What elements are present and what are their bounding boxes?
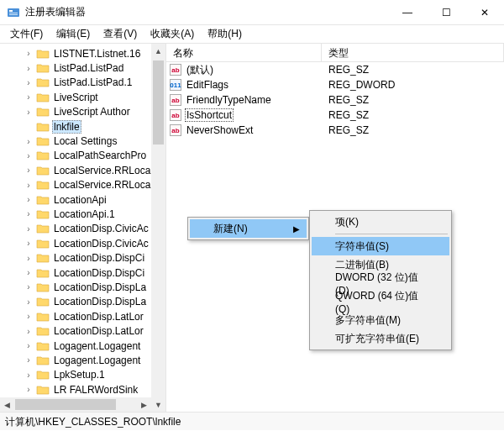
tree-scroll-left[interactable]: ◀ [0,397,14,412]
context-menu-new: 项(K)字符串值(S)二进制值(B)DWORD (32 位)值(D)QWORD … [309,210,452,350]
tree-scroll-thumb-h[interactable] [15,399,116,410]
value-type: REG_SZ [322,64,504,76]
list-row[interactable]: 011EditFlagsREG_DWORD [166,77,504,92]
tree-item[interactable]: ›ListPad.ListPad [0,60,166,75]
tree-item[interactable]: ›LocationApi [0,192,166,207]
list-header: 名称 类型 [166,44,504,62]
tree-item[interactable]: ›LR FALRWordSink [0,382,166,397]
value-type: REG_DWORD [322,79,504,91]
maximize-button[interactable]: ☐ [427,0,465,24]
tree-item[interactable]: ›Logagent.Logagent [0,339,166,353]
tree-item[interactable]: ›LocationDisp.DispCi [0,265,166,280]
menu-help[interactable]: 帮助(H) [201,25,249,43]
chevron-right-icon: › [24,312,34,321]
col-name[interactable]: 名称 [166,44,322,61]
tree-scrollbar-h[interactable]: ◀ ▶ [0,397,151,412]
chevron-right-icon: › [24,327,34,336]
tree-item-label: LocationDisp.DispCi [52,267,146,279]
tree-item[interactable]: ›LiveScript Author [0,105,166,119]
value-type: REG_SZ [322,94,504,106]
chevron-right-icon: › [24,209,34,218]
folder-icon [36,135,50,147]
chevron-right-icon: › [24,385,34,394]
list-row[interactable]: abFriendlyTypeNameREG_SZ [166,92,504,108]
tree-item[interactable]: ›LpkSetup.1 [0,368,166,382]
tree-item-label: LocationDisp.LatLor [52,311,145,323]
folder-icon [36,179,50,191]
tree-item[interactable]: ›LocationDisp.DispLa [0,295,166,309]
close-button[interactable]: ✕ [465,0,504,24]
tree-item[interactable]: ›LocalService.RRLoca [0,163,166,177]
tree-item[interactable]: ›LocationDisp.CivicAc [0,236,166,250]
tree-item[interactable]: ›Logagent.Logagent [0,353,166,367]
ctx-new-item[interactable]: 项(K) [312,213,449,231]
ctx-new-item[interactable]: 字符串值(S) [312,237,449,255]
folder-icon [36,325,50,337]
tree-scrollbar-v[interactable]: ▲ ▼ [151,44,165,412]
chevron-right-icon: › [24,239,34,248]
chevron-right-icon: › [24,282,34,292]
ctx-new-item[interactable]: QWORD (64 位)值(Q) [312,292,449,311]
chevron-right-icon: › [24,224,34,234]
tree-scroll-up[interactable]: ▲ [151,44,165,58]
list-row[interactable]: abNeverShowExtREG_SZ [166,123,504,138]
folder-icon [36,267,50,279]
tree-item-label: ListPad.ListPad.1 [52,76,134,88]
tree-item-label: LocationDisp.LatLor [52,325,145,337]
tree-item[interactable]: ›LocalService.RRLoca [0,178,166,192]
tree-item-label: lnkfile [52,120,81,134]
ctx-new-item[interactable]: 可扩充字符串值(E) [312,329,449,348]
tree-item[interactable]: ›LiveScript [0,90,166,104]
tree-scroll-thumb-v[interactable] [153,60,164,145]
value-name: NeverShowExt [185,124,255,136]
chevron-right-icon: › [24,108,34,117]
folder-icon [36,106,50,118]
tree-scroll-right[interactable]: ▶ [137,397,151,412]
tree-item[interactable]: ›ListPad.ListPad.1 [0,76,166,90]
statusbar: 计算机\HKEY_CLASSES_ROOT\lnkfile [0,412,504,430]
chevron-right-icon: › [24,268,34,277]
folder-icon [36,296,50,307]
minimize-button[interactable]: — [388,0,427,24]
chevron-right-icon: › [24,195,34,204]
list-row[interactable]: abIsShortcutREG_SZ [166,108,504,123]
folder-icon [36,369,50,381]
value-name: IsShortcut [185,108,234,122]
tree-item-label: Local Settings [52,135,118,147]
tree-item[interactable]: lnkfile [0,119,166,134]
tree-item-label: LpkSetup.1 [52,369,107,381]
folder-icon [36,281,50,293]
tree-item[interactable]: ›LocationDisp.DispLa [0,280,166,294]
chevron-right-icon: › [24,297,34,307]
ctx-new[interactable]: 新建(N) ▶ [190,219,307,238]
tree-item[interactable]: ›LISTNET.Listnet.16 [0,46,166,60]
folder-icon [36,62,50,74]
tree-item[interactable]: ›LocationApi.1 [0,207,166,221]
value-name: (默认) [185,63,215,77]
chevron-right-icon: › [24,64,34,73]
folder-icon [36,194,50,206]
list-row[interactable]: ab(默认)REG_SZ [166,62,504,77]
tree-item[interactable]: ›LocationDisp.LatLor [0,309,166,323]
string-value-icon: ab [170,109,181,121]
string-value-icon: ab [170,94,181,106]
col-type[interactable]: 类型 [322,44,504,61]
menu-file[interactable]: 文件(F) [3,25,50,43]
menu-favorites[interactable]: 收藏夹(A) [144,25,201,43]
string-value-icon: ab [170,124,181,136]
tree-item-label: LocalPathSearchPro [52,150,148,161]
tree-item[interactable]: ›Local Settings [0,134,166,148]
folder-icon [36,76,50,88]
tree-item[interactable]: ›LocationDisp.CivicAc [0,222,166,236]
menu-edit[interactable]: 编辑(E) [50,25,97,43]
tree-item[interactable]: ›LocationDisp.DispCi [0,250,166,265]
tree-item-label: LocationApi.1 [52,208,117,220]
tree-item[interactable]: ›LocalPathSearchPro [0,149,166,163]
tree-scroll-down[interactable]: ▼ [151,397,165,412]
menu-view[interactable]: 查看(V) [97,25,144,43]
ctx-new-item[interactable]: 多字符串值(M) [312,311,449,329]
chevron-right-icon: › [24,371,34,380]
folder-icon [36,92,50,103]
tree-item[interactable]: ›LocationDisp.LatLor [0,323,166,338]
submenu-arrow-icon: ▶ [293,224,300,234]
